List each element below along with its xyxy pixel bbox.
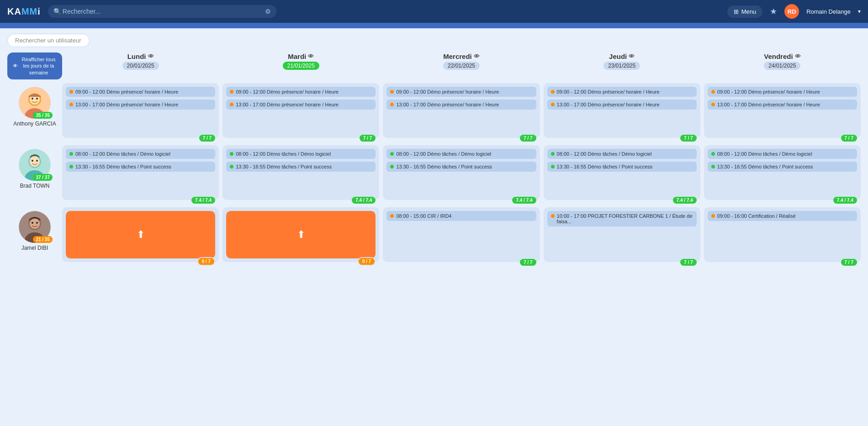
avatar-container-2[interactable]: 21 / 35: [19, 211, 51, 243]
event-card-1-3-1[interactable]: 13:30 - 16:55 Démo tâches / Point succes…: [547, 162, 697, 172]
reafficher-button[interactable]: 👁 Réafficher tous les jours de la semain…: [7, 53, 62, 79]
event-card-0-2-1[interactable]: 13:00 - 17:00 Démo présence/ horaire / H…: [386, 100, 536, 110]
upload-button-2-1[interactable]: ⬆: [226, 211, 376, 258]
day-date-3: 23/01/2025: [603, 62, 640, 70]
day-eye-icon-4[interactable]: 👁: [795, 53, 801, 60]
event-card-0-1-0[interactable]: 09:00 - 12:00 Démo présence/ horaire / H…: [226, 87, 376, 97]
event-text: 13:00 - 17:00 Démo présence/ horaire / H…: [557, 102, 660, 107]
cell-badge-1-3: 7.4 / 7.4: [673, 197, 697, 204]
event-text: 13:00 - 17:00 Démo présence/ horaire / H…: [236, 102, 339, 107]
calendar-header: 👁 Réafficher tous les jours de la semain…: [7, 53, 861, 79]
day-name-3: Jeudi 👁: [544, 53, 700, 60]
event-dot: [390, 214, 394, 218]
event-dot: [711, 214, 715, 218]
avatar-container-1[interactable]: 37 / 37: [19, 149, 51, 181]
day-eye-icon-0[interactable]: 👁: [148, 53, 154, 60]
event-dot: [711, 152, 715, 156]
cell-badge-2-4: 7 / 7: [841, 259, 857, 266]
upload-button-2-0[interactable]: ⬆: [66, 211, 215, 258]
employee-name-1: Brad TOWN: [20, 183, 50, 189]
event-dot: [230, 90, 233, 94]
event-text: 13:30 - 16:55 Démo tâches / Point succes…: [236, 164, 332, 169]
event-dot: [551, 103, 555, 106]
event-text: 13:00 - 17:00 Démo présence/ horaire / H…: [75, 102, 178, 107]
employee-info-1: 37 / 37Brad TOWN: [7, 145, 62, 200]
event-card-1-1-1[interactable]: 13:30 - 16:55 Démo tâches / Point succes…: [226, 162, 376, 172]
event-dot: [69, 152, 73, 156]
day-cell-2-4: 09:00 - 16:00 Certification / Réalisé 7 …: [704, 207, 861, 262]
svg-point-16: [32, 222, 33, 224]
favorite-button[interactable]: ★: [770, 6, 777, 16]
event-text: 08:00 - 15:00 CIR / IRD4: [396, 213, 451, 219]
event-text: 08:00 - 12:00 Démo tâches / Démo logicie…: [75, 151, 170, 157]
cell-badge-0-1: 7 / 7: [360, 135, 376, 142]
svg-point-15: [30, 219, 40, 229]
logo: KAMMi: [7, 6, 41, 17]
user-name[interactable]: Romain Delange: [806, 8, 851, 15]
svg-point-5: [36, 98, 38, 100]
cell-badge-0-3: 7 / 7: [680, 135, 696, 142]
event-card-0-1-1[interactable]: 13:00 - 17:00 Démo présence/ horaire / H…: [226, 100, 376, 110]
day-eye-icon-1[interactable]: 👁: [308, 53, 314, 60]
menu-button[interactable]: ⊞ Menu: [727, 5, 763, 18]
search-user-input[interactable]: [7, 34, 90, 47]
event-card-0-0-1[interactable]: 13:00 - 17:00 Démo présence/ horaire / H…: [66, 100, 215, 110]
day-cells-2: ⬆0 / 7⬆0 / 7 08:00 - 15:00 CIR / IRD4 7 …: [62, 207, 861, 262]
day-eye-icon-2[interactable]: 👁: [474, 53, 480, 60]
event-card-1-3-0[interactable]: 08:00 - 12:00 Démo tâches / Démo logicie…: [547, 149, 697, 159]
blue-strip: [0, 23, 868, 28]
cell-badge-1-0: 7.4 / 7.4: [191, 197, 215, 204]
event-card-0-3-0[interactable]: 09:00 - 12:00 Démo présence/ horaire / H…: [547, 87, 697, 97]
event-card-1-0-0[interactable]: 08:00 - 12:00 Démo tâches / Démo logicie…: [66, 149, 215, 159]
employee-row-1: 37 / 37Brad TOWN 08:00 - 12:00 Démo tâch…: [7, 145, 861, 200]
employee-name-2: Jamel DIBI: [21, 245, 48, 251]
event-card-2-2-0[interactable]: 08:00 - 15:00 CIR / IRD4: [386, 211, 536, 221]
event-card-0-0-0[interactable]: 09:00 - 12:00 Démo présence/ horaire / H…: [66, 87, 215, 97]
event-card-0-4-1[interactable]: 13:00 - 17:00 Démo présence/ horaire / H…: [708, 100, 857, 110]
day-date-4: 24/01/2025: [764, 62, 800, 70]
event-dot: [551, 152, 555, 156]
event-card-0-2-0[interactable]: 09:00 - 12:00 Démo présence/ horaire / H…: [386, 87, 536, 97]
svg-point-17: [36, 222, 38, 224]
event-card-0-3-1[interactable]: 13:00 - 17:00 Démo présence/ horaire / H…: [547, 100, 697, 110]
days-header: Lundi 👁 20/01/2025 Mardi 👁 21/01/2025 Me…: [62, 53, 861, 70]
gear-icon[interactable]: ⚙: [265, 8, 271, 15]
day-cell-0-4: 09:00 - 12:00 Démo présence/ horaire / H…: [704, 83, 861, 138]
event-dot: [69, 103, 73, 106]
event-dot: [230, 103, 233, 106]
event-text: 09:00 - 12:00 Démo présence/ horaire / H…: [75, 89, 178, 95]
day-cells-1: 08:00 - 12:00 Démo tâches / Démo logicie…: [62, 145, 861, 200]
event-card-1-1-0[interactable]: 08:00 - 12:00 Démo tâches / Démo logicie…: [226, 149, 376, 159]
employee-badge-2: 21 / 35: [33, 236, 53, 243]
event-text: 09:00 - 12:00 Démo présence/ horaire / H…: [717, 89, 820, 95]
event-dot: [551, 90, 555, 94]
event-card-1-4-0[interactable]: 08:00 - 12:00 Démo tâches / Démo logicie…: [708, 149, 857, 159]
event-card-0-4-0[interactable]: 09:00 - 12:00 Démo présence/ horaire / H…: [708, 87, 857, 97]
event-text: 08:00 - 12:00 Démo tâches / Démo logicie…: [557, 151, 652, 157]
search-input[interactable]: [48, 5, 276, 18]
day-cell-0-2: 09:00 - 12:00 Démo présence/ horaire / H…: [383, 83, 540, 138]
day-header-4: Vendredi 👁 24/01/2025: [704, 53, 861, 70]
day-cell-2-0: ⬆0 / 7: [62, 207, 219, 262]
day-cells-0: 09:00 - 12:00 Démo présence/ horaire / H…: [62, 83, 861, 138]
event-card-1-2-0[interactable]: 08:00 - 12:00 Démo tâches / Démo logicie…: [386, 149, 536, 159]
day-name-4: Vendredi 👁: [704, 53, 861, 60]
event-card-2-3-0[interactable]: 10:00 - 17:00 PROJET FORESTIER CARBONE 1…: [547, 211, 697, 226]
event-text: 09:00 - 12:00 Démo présence/ horaire / H…: [396, 89, 499, 95]
employee-badge-0: 35 / 35: [33, 112, 53, 119]
cell-badge-1-1: 7.4 / 7.4: [352, 197, 376, 204]
cell-badge-2-3: 7 / 7: [680, 259, 696, 266]
event-card-1-0-1[interactable]: 13:30 - 16:55 Démo tâches / Point succes…: [66, 162, 215, 172]
event-card-1-2-1[interactable]: 13:30 - 16:55 Démo tâches / Point succes…: [386, 162, 536, 172]
event-text: 10:00 - 17:00 PROJET FORESTIER CARBONE 1…: [557, 213, 693, 224]
day-cell-1-2: 08:00 - 12:00 Démo tâches / Démo logicie…: [383, 145, 540, 200]
day-name-0: Lundi 👁: [62, 53, 219, 60]
event-card-2-4-0[interactable]: 09:00 - 16:00 Certification / Réalisé: [708, 211, 857, 221]
cell-badge-0-4: 7 / 7: [841, 135, 857, 142]
avatar-container-0[interactable]: 35 / 35: [19, 87, 51, 119]
day-header-3: Jeudi 👁 23/01/2025: [544, 53, 700, 70]
cell-badge-0-2: 7 / 7: [520, 135, 536, 142]
day-eye-icon-3[interactable]: 👁: [629, 53, 635, 60]
event-card-1-4-1[interactable]: 13:30 - 16:55 Démo tâches / Point succes…: [708, 162, 857, 172]
svg-point-4: [32, 98, 33, 100]
